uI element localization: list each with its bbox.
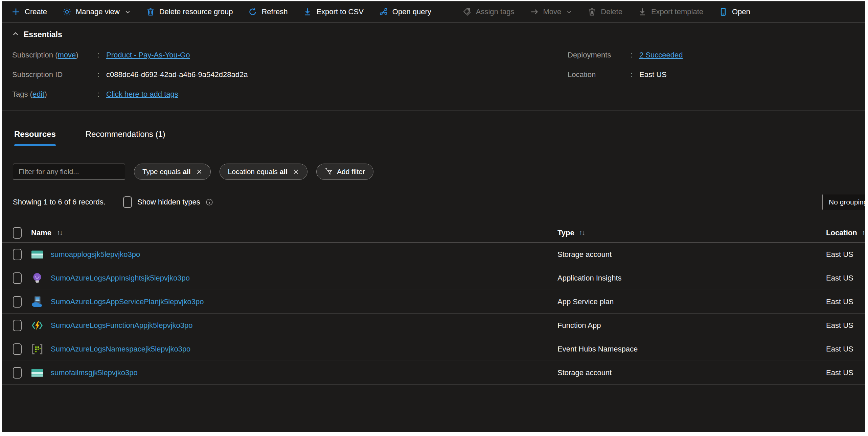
row-checkbox[interactable]: [13, 249, 22, 260]
essentials-toggle[interactable]: Essentials: [12, 30, 865, 39]
refresh-button[interactable]: Refresh: [248, 7, 288, 16]
select-all-checkbox[interactable]: [13, 227, 22, 239]
export-template-button: Export template: [638, 7, 703, 16]
colon: :: [631, 70, 639, 79]
filter-pill-type[interactable]: Type equalsall: [134, 164, 211, 180]
location-row: Location : East US: [568, 69, 683, 80]
resource-link[interactable]: SumoAzureLogsNamespacejk5lepvjko3po: [51, 345, 190, 354]
tab-active-underline: [14, 144, 56, 146]
status-bar: Showing 1 to 6 of 6 records. Show hidden…: [13, 194, 865, 210]
row-checkbox[interactable]: [13, 367, 22, 379]
subscription-row: Subscription (move) : Product - Pay-As-Y…: [12, 49, 855, 61]
show-hidden-types-checkbox[interactable]: [123, 196, 132, 208]
add-filter-button[interactable]: Add filter: [316, 164, 373, 180]
toolbar-divider: [2, 22, 865, 23]
colon: :: [97, 90, 106, 99]
filter-input[interactable]: [13, 164, 125, 180]
table-row[interactable]: SumoAzureLogsAppServicePlanjk5lepvjko3po…: [2, 290, 865, 314]
resource-type: Storage account: [557, 250, 612, 259]
show-hidden-types-label: Show hidden types: [137, 198, 200, 207]
manage-view-label: Manage view: [76, 7, 120, 16]
table-row[interactable]: SumoAzureLogsNamespacejk5lepvjko3po Even…: [2, 337, 865, 361]
table-row[interactable]: sumofailmsgjk5lepvjko3po Storage account…: [2, 361, 865, 385]
table-row[interactable]: SumoAzureLogsAppInsightsjk5lepvjko3po Ap…: [2, 266, 865, 290]
essentials-panel: Subscription (move) : Product - Pay-As-Y…: [2, 39, 865, 110]
tab-recommendations[interactable]: Recommendations (1): [86, 129, 165, 146]
storage-account-icon: [31, 248, 43, 261]
storage-account-icon: [31, 367, 43, 379]
toolbar-separator: [447, 6, 447, 17]
subscription-id-label: Subscription ID: [12, 70, 97, 79]
column-header-name[interactable]: Name ↑↓: [31, 228, 62, 237]
location-label: Location: [568, 70, 631, 79]
row-checkbox[interactable]: [13, 320, 22, 331]
resource-location: East US: [826, 345, 853, 354]
column-header-type[interactable]: Type ↑↓: [557, 228, 585, 237]
move-button: Move: [530, 7, 572, 16]
resource-type: App Service plan: [557, 297, 614, 306]
assign-tags-label: Assign tags: [476, 7, 515, 16]
resource-location: East US: [826, 297, 853, 306]
resource-link[interactable]: sumofailmsgjk5lepvjko3po: [51, 368, 138, 377]
plus-icon: [12, 7, 20, 16]
open-in-mobile-label: Open: [732, 7, 750, 16]
open-in-mobile-button[interactable]: Open: [719, 7, 750, 16]
sort-icon: ↑↓: [862, 229, 865, 237]
colon: :: [97, 51, 106, 59]
essentials-right-column: Deployments : 2 Succeeded Location : Eas…: [568, 49, 683, 89]
resource-type: Event Hubs Namespace: [557, 345, 638, 354]
table-row[interactable]: sumoapplogsjk5lepvjko3po Storage account…: [2, 243, 865, 266]
essentials-divider: [2, 110, 865, 111]
column-header-location[interactable]: Location ↑↓: [826, 228, 865, 237]
tab-resources[interactable]: Resources: [14, 129, 56, 146]
info-icon[interactable]: [206, 198, 213, 206]
delete-label: Delete: [601, 7, 622, 16]
grouping-dropdown[interactable]: No grouping: [822, 194, 865, 210]
resource-location: East US: [826, 274, 853, 283]
table-row[interactable]: SumoAzureLogsFunctionAppjk5lepvjko3po Fu…: [2, 314, 865, 337]
tags-row: Tags (edit) : Click here to add tags: [12, 89, 855, 100]
chevron-up-icon: [12, 30, 19, 39]
row-checkbox[interactable]: [13, 343, 22, 355]
filter-pill-type-label: Type equalsall: [142, 168, 191, 176]
tab-recommendations-label: Recommendations (1): [86, 129, 165, 144]
delete-resource-group-button[interactable]: Delete resource group: [146, 7, 233, 16]
table-header: Name ↑↓ Type ↑↓ Location ↑↓: [2, 223, 865, 243]
grouping-value: No grouping: [829, 198, 865, 206]
open-query-button[interactable]: Open query: [379, 7, 431, 16]
resource-link[interactable]: SumoAzureLogsFunctionAppjk5lepvjko3po: [51, 321, 192, 330]
deployments-link[interactable]: 2 Succeeded: [639, 51, 683, 59]
sort-icon: ↑↓: [579, 229, 585, 237]
row-checkbox[interactable]: [13, 272, 22, 284]
create-button[interactable]: Create: [12, 7, 47, 16]
add-filter-label: Add filter: [337, 168, 365, 176]
close-icon[interactable]: [293, 169, 299, 175]
row-checkbox[interactable]: [13, 296, 22, 308]
application-insights-icon: [31, 272, 43, 284]
subscription-link[interactable]: Product - Pay-As-You-Go: [106, 51, 190, 59]
add-filter-icon: [325, 167, 333, 177]
resource-location: East US: [826, 250, 853, 259]
resource-link[interactable]: SumoAzureLogsAppInsightsjk5lepvjko3po: [51, 274, 190, 283]
resource-link[interactable]: SumoAzureLogsAppServicePlanjk5lepvjko3po: [51, 297, 204, 306]
colon: :: [97, 70, 106, 79]
manage-view-button[interactable]: Manage view: [63, 7, 131, 16]
chevron-down-icon: [566, 9, 572, 15]
colon: :: [631, 51, 639, 59]
delete-resource-group-label: Delete resource group: [159, 7, 233, 16]
essentials-title: Essentials: [24, 30, 62, 39]
sort-icon: ↑↓: [57, 229, 62, 237]
add-tags-link[interactable]: Click here to add tags: [106, 90, 178, 98]
export-csv-button[interactable]: Export to CSV: [303, 7, 363, 16]
subscription-move-link[interactable]: move: [58, 51, 76, 59]
tab-resources-label: Resources: [14, 129, 56, 144]
resource-link[interactable]: sumoapplogsjk5lepvjko3po: [51, 250, 140, 259]
download-icon: [638, 7, 647, 16]
filter-bar: Type equalsall Location equalsall Add fi…: [13, 164, 865, 180]
delete-button: Delete: [588, 7, 622, 16]
tags-edit-link[interactable]: edit: [32, 90, 44, 98]
close-icon[interactable]: [196, 169, 202, 175]
command-bar: Create Manage view Delete resource group…: [2, 1, 865, 22]
filter-pill-location[interactable]: Location equalsall: [220, 164, 307, 180]
download-icon: [303, 7, 312, 16]
